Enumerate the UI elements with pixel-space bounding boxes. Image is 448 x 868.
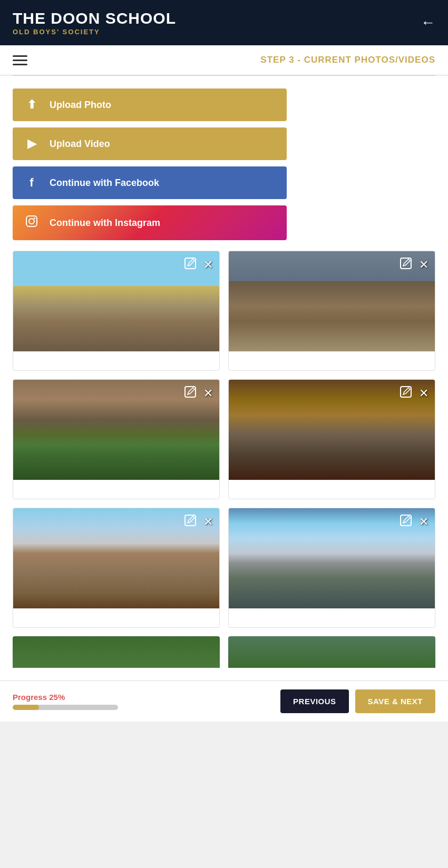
upload-video-icon: ▶	[23, 137, 40, 151]
back-button[interactable]: ←	[421, 14, 435, 31]
photo-caption-4[interactable]	[229, 480, 435, 499]
upload-photo-icon: ⬆	[23, 98, 40, 112]
app-title: THE DOON SCHOOL	[13, 9, 176, 27]
facebook-button[interactable]: f Continue with Facebook	[13, 166, 287, 199]
photo-edit-4[interactable]	[399, 385, 413, 401]
photo-caption-3[interactable]	[13, 480, 219, 499]
progress-bar-fill	[13, 705, 39, 710]
partial-row	[13, 636, 435, 668]
app-header: THE DOON SCHOOL OLD BOYS' SOCIETY ←	[0, 0, 448, 45]
instagram-button[interactable]: Continue with Instagram	[13, 205, 287, 240]
photo-actions-6: ✕	[399, 514, 430, 530]
topbar: STEP 3 - CURRENT PHOTOS/VIDEOS	[0, 45, 448, 75]
photo-grid: ✕ ✕	[13, 251, 435, 628]
photo-card-1: ✕	[13, 251, 220, 371]
instagram-icon	[23, 215, 40, 231]
bottom-buttons: PREVIOUS SAVE & NEXT	[280, 689, 435, 713]
progress-label: Progress 25%	[13, 693, 129, 702]
instagram-label: Continue with Instagram	[50, 218, 160, 229]
photo-delete-3[interactable]: ✕	[202, 386, 214, 401]
app-subtitle: OLD BOYS' SOCIETY	[13, 28, 176, 36]
photo-delete-1[interactable]: ✕	[202, 257, 214, 273]
svg-point-2	[34, 218, 35, 219]
photo-card-2: ✕	[228, 251, 435, 371]
upload-photo-label: Upload Photo	[50, 100, 111, 111]
photo-card-3: ✕	[13, 379, 220, 499]
svg-rect-0	[26, 216, 37, 226]
photo-card-4: ✕	[228, 379, 435, 499]
facebook-icon: f	[23, 176, 40, 190]
photo-delete-2[interactable]: ✕	[418, 257, 430, 273]
svg-point-1	[29, 219, 34, 224]
photo-wrapper-3: ✕	[13, 380, 219, 480]
upload-video-label: Upload Video	[50, 139, 110, 150]
bottom-bar: Progress 25% PREVIOUS SAVE & NEXT	[0, 680, 448, 722]
progress-bar-background	[13, 705, 118, 710]
photo-wrapper-4: ✕	[229, 380, 435, 480]
photo-delete-6[interactable]: ✕	[418, 514, 430, 530]
upload-photo-button[interactable]: ⬆ Upload Photo	[13, 88, 287, 121]
photo-card-5: ✕	[13, 508, 220, 628]
photo-wrapper-1: ✕	[13, 251, 219, 351]
progress-text: Progress	[13, 693, 49, 702]
previous-button[interactable]: PREVIOUS	[280, 689, 349, 713]
photo-wrapper-6: ✕	[229, 508, 435, 608]
photo-edit-1[interactable]	[183, 257, 197, 273]
photo-delete-4[interactable]: ✕	[418, 386, 430, 401]
step-label: STEP 3 - CURRENT PHOTOS/VIDEOS	[260, 55, 435, 65]
photo-actions-5: ✕	[183, 514, 214, 530]
photo-caption-5[interactable]	[13, 608, 219, 627]
hamburger-line-3	[13, 64, 27, 65]
photo-actions-3: ✕	[183, 385, 214, 401]
progress-section: Progress 25%	[13, 693, 129, 710]
hamburger-line-1	[13, 55, 27, 57]
photo-edit-2[interactable]	[399, 257, 413, 273]
photo-caption-6[interactable]	[229, 608, 435, 627]
photo-edit-5[interactable]	[183, 514, 197, 530]
header-title-block: THE DOON SCHOOL OLD BOYS' SOCIETY	[13, 9, 176, 36]
save-next-button[interactable]: SAVE & NEXT	[355, 689, 435, 713]
photo-actions-4: ✕	[399, 385, 430, 401]
partial-photo-left	[13, 636, 220, 668]
main-content: ⬆ Upload Photo ▶ Upload Video f Continue…	[0, 76, 448, 680]
hamburger-menu[interactable]	[13, 55, 27, 65]
photo-delete-5[interactable]: ✕	[202, 514, 214, 530]
photo-caption-1[interactable]	[13, 351, 219, 370]
progress-percent: 25%	[49, 693, 65, 702]
photo-wrapper-5: ✕	[13, 508, 219, 608]
photo-caption-2[interactable]	[229, 351, 435, 370]
photo-edit-3[interactable]	[183, 385, 197, 401]
upload-video-button[interactable]: ▶ Upload Video	[13, 127, 287, 160]
photo-card-6: ✕	[228, 508, 435, 628]
photo-wrapper-2: ✕	[229, 251, 435, 351]
photo-edit-6[interactable]	[399, 514, 413, 530]
facebook-label: Continue with Facebook	[50, 177, 159, 189]
hamburger-line-2	[13, 60, 27, 61]
partial-photo-right	[228, 636, 435, 668]
photo-actions-1: ✕	[183, 257, 214, 273]
photo-actions-2: ✕	[399, 257, 430, 273]
